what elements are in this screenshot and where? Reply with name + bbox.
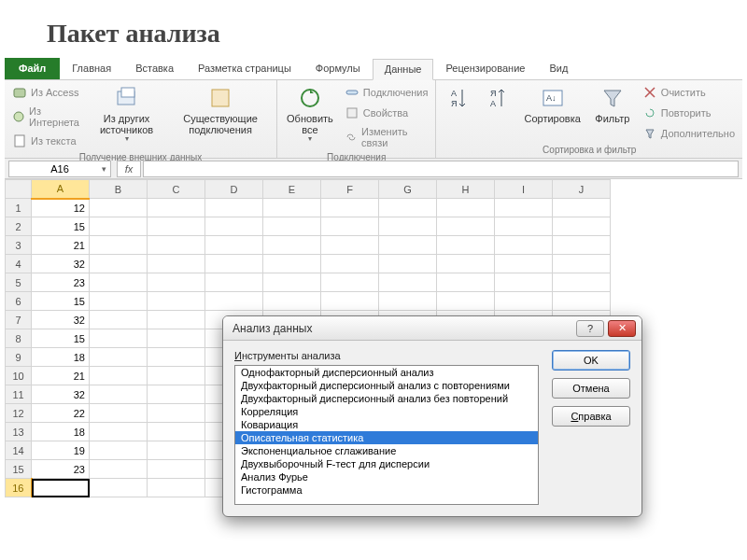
cell[interactable] <box>553 292 611 311</box>
list-item[interactable]: Описательная статистика <box>235 431 538 444</box>
properties-button[interactable]: Свойства <box>343 104 430 122</box>
filter-button[interactable]: Фильтр <box>590 83 635 126</box>
cell[interactable]: 18 <box>32 423 90 441</box>
row-header[interactable]: 9 <box>6 348 32 367</box>
row-header[interactable]: 11 <box>6 385 32 404</box>
row-header[interactable]: 2 <box>6 217 32 236</box>
fx-button[interactable]: fx <box>117 161 141 177</box>
row-header[interactable]: 6 <box>6 292 32 311</box>
cell[interactable] <box>148 404 205 423</box>
cell[interactable] <box>205 199 263 217</box>
cell[interactable] <box>90 199 148 217</box>
from-other-sources-button[interactable]: Из других источников ▾ <box>89 83 164 146</box>
row-header[interactable]: 1 <box>6 199 32 217</box>
cell[interactable] <box>437 273 495 292</box>
cell[interactable] <box>263 236 321 255</box>
cell[interactable] <box>148 217 205 236</box>
cell[interactable]: 32 <box>32 255 90 273</box>
cell[interactable] <box>437 292 495 311</box>
row-header[interactable]: 13 <box>6 423 32 441</box>
cell[interactable] <box>90 367 148 385</box>
edit-links-button[interactable]: Изменить связи <box>343 124 430 150</box>
row-header[interactable]: 10 <box>6 367 32 385</box>
cell[interactable] <box>437 236 495 255</box>
sort-button[interactable]: A↓ Сортировка <box>520 83 584 126</box>
dialog-titlebar[interactable]: Анализ данных ? ✕ <box>223 316 641 341</box>
cell[interactable] <box>321 236 379 255</box>
column-header[interactable]: B <box>90 180 148 199</box>
cell[interactable] <box>495 273 553 292</box>
list-item[interactable]: Однофакторный дисперсионный анализ <box>235 366 538 379</box>
cell[interactable]: 21 <box>32 367 90 385</box>
select-all-corner[interactable] <box>6 180 32 199</box>
cell[interactable]: 32 <box>32 385 90 404</box>
cell[interactable] <box>379 217 437 236</box>
list-item[interactable]: Двухфакторный дисперсионный анализ с пов… <box>235 379 538 392</box>
cell[interactable] <box>437 217 495 236</box>
row-header[interactable]: 16 <box>6 479 32 497</box>
cell[interactable] <box>553 255 611 273</box>
column-header[interactable]: G <box>379 180 437 199</box>
cell[interactable]: 32 <box>32 311 90 329</box>
cell[interactable] <box>148 385 205 404</box>
cell[interactable] <box>148 441 205 460</box>
cell[interactable]: 18 <box>32 348 90 367</box>
tab-file[interactable]: Файл <box>5 58 60 79</box>
cell[interactable] <box>148 479 205 497</box>
column-header[interactable]: I <box>495 180 553 199</box>
cell[interactable] <box>379 199 437 217</box>
list-item[interactable]: Гистограмма <box>235 483 538 497</box>
tab-pagelayout[interactable]: Разметка страницы <box>186 58 303 79</box>
cell[interactable] <box>321 255 379 273</box>
cell[interactable] <box>205 217 263 236</box>
cell[interactable] <box>321 199 379 217</box>
cell[interactable] <box>148 311 205 329</box>
cell[interactable] <box>90 236 148 255</box>
analysis-tools-listbox[interactable]: Однофакторный дисперсионный анализДвухфа… <box>234 365 539 505</box>
clear-filter-button[interactable]: Очистить <box>641 83 737 102</box>
column-header[interactable]: C <box>148 180 205 199</box>
cell[interactable] <box>90 217 148 236</box>
cell[interactable] <box>90 404 148 423</box>
cell[interactable]: 21 <box>32 236 90 255</box>
cell[interactable] <box>321 217 379 236</box>
row-header[interactable]: 12 <box>6 404 32 423</box>
cell[interactable] <box>379 292 437 311</box>
tab-review[interactable]: Рецензирование <box>433 58 537 79</box>
cell[interactable] <box>553 199 611 217</box>
cell[interactable] <box>90 329 148 348</box>
cell[interactable] <box>379 255 437 273</box>
cell[interactable] <box>148 348 205 367</box>
cell[interactable] <box>32 479 90 497</box>
list-item[interactable]: Анализ Фурье <box>235 470 538 483</box>
cell[interactable] <box>495 292 553 311</box>
advanced-filter-button[interactable]: Дополнительно <box>641 124 737 143</box>
cell[interactable] <box>553 217 611 236</box>
sort-desc-button[interactable]: ЯА <box>481 83 514 115</box>
row-header[interactable]: 14 <box>6 441 32 460</box>
cell[interactable] <box>90 255 148 273</box>
column-header[interactable]: D <box>205 180 263 199</box>
refresh-all-button[interactable]: Обновить все ▾ <box>283 83 337 146</box>
column-header[interactable]: J <box>553 180 611 199</box>
reapply-button[interactable]: Повторить <box>641 104 737 122</box>
sort-asc-button[interactable]: АЯ <box>442 83 475 115</box>
tab-insert[interactable]: Вставка <box>123 58 186 79</box>
cell[interactable] <box>148 367 205 385</box>
row-header[interactable]: 4 <box>6 255 32 273</box>
tab-formulas[interactable]: Формулы <box>303 58 373 79</box>
cell[interactable] <box>321 292 379 311</box>
cell[interactable] <box>148 273 205 292</box>
column-header[interactable]: H <box>437 180 495 199</box>
cell[interactable] <box>495 236 553 255</box>
cell[interactable] <box>90 479 148 497</box>
cell[interactable] <box>437 255 495 273</box>
cell[interactable] <box>148 329 205 348</box>
cell[interactable] <box>495 255 553 273</box>
cell[interactable]: 12 <box>32 199 90 217</box>
list-item[interactable]: Экспоненциальное сглаживание <box>235 444 538 457</box>
cell[interactable] <box>437 199 495 217</box>
cell[interactable] <box>90 273 148 292</box>
row-header[interactable]: 7 <box>6 311 32 329</box>
cell[interactable]: 19 <box>32 441 90 460</box>
